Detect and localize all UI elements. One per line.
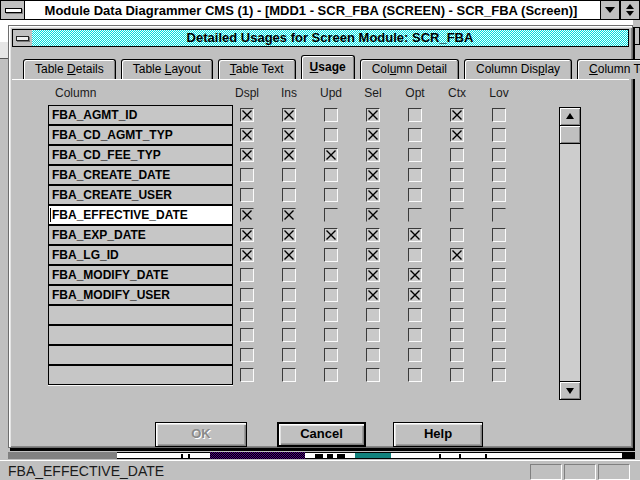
- usage-checkbox-opt-fba-lg-id[interactable]: [408, 248, 422, 262]
- usage-checkbox-opt-empty[interactable]: [408, 328, 422, 342]
- column-name-cell-fba-effective-date[interactable]: FBA_EFFECTIVE_DATE: [48, 205, 233, 225]
- tab-column-detail[interactable]: Column Detail: [360, 59, 459, 79]
- usage-checkbox-dspl-empty[interactable]: [240, 368, 254, 382]
- column-name-cell-empty[interactable]: [48, 345, 233, 365]
- usage-checkbox-sel-fba-create-date[interactable]: [366, 168, 380, 182]
- usage-checkbox-lov-fba-modify-date[interactable]: [492, 268, 506, 282]
- usage-checkbox-ctx-empty[interactable]: [450, 328, 464, 342]
- usage-checkbox-ins-empty[interactable]: [282, 308, 296, 322]
- usage-checkbox-sel-fba-cd-fee-typ[interactable]: [366, 148, 380, 162]
- usage-checkbox-opt-fba-cd-agmt-typ[interactable]: [408, 128, 422, 142]
- usage-checkbox-ins-fba-lg-id[interactable]: [282, 248, 296, 262]
- usage-checkbox-ins-empty[interactable]: [282, 348, 296, 362]
- usage-checkbox-opt-fba-modify-date[interactable]: [408, 268, 422, 282]
- usage-checkbox-opt-fba-exp-date[interactable]: [408, 228, 422, 242]
- usage-checkbox-ins-fba-modify-user[interactable]: [282, 288, 296, 302]
- column-name-cell-fba-create-date[interactable]: FBA_CREATE_DATE: [48, 165, 233, 185]
- usage-checkbox-dspl-fba-effective-date[interactable]: [240, 208, 254, 222]
- usage-checkbox-dspl-fba-lg-id[interactable]: [240, 248, 254, 262]
- system-menu-icon[interactable]: [0, 1, 25, 19]
- usage-checkbox-lov-empty[interactable]: [492, 308, 506, 322]
- usage-checkbox-dspl-fba-cd-agmt-typ[interactable]: [240, 128, 254, 142]
- usage-checkbox-lov-fba-exp-date[interactable]: [492, 228, 506, 242]
- column-name-cell-empty[interactable]: [48, 365, 233, 385]
- column-name-cell-fba-cd-fee-typ[interactable]: FBA_CD_FEE_TYP: [48, 145, 233, 165]
- usage-checkbox-ctx-empty[interactable]: [450, 308, 464, 322]
- usage-checkbox-lov-fba-cd-agmt-typ[interactable]: [492, 128, 506, 142]
- usage-checkbox-dspl-fba-create-date[interactable]: [240, 168, 254, 182]
- usage-checkbox-opt-empty[interactable]: [408, 308, 422, 322]
- usage-checkbox-opt-fba-create-date[interactable]: [408, 168, 422, 182]
- usage-checkbox-dspl-empty[interactable]: [240, 348, 254, 362]
- usage-checkbox-sel-empty[interactable]: [366, 368, 380, 382]
- scroll-down-button[interactable]: [559, 381, 581, 400]
- usage-checkbox-lov-fba-lg-id[interactable]: [492, 248, 506, 262]
- usage-checkbox-ctx-fba-modify-date[interactable]: [450, 268, 464, 282]
- usage-checkbox-sel-empty[interactable]: [366, 308, 380, 322]
- usage-checkbox-ins-fba-agmt-id[interactable]: [282, 108, 296, 122]
- usage-checkbox-upd-fba-lg-id[interactable]: [324, 248, 338, 262]
- usage-checkbox-dspl-fba-cd-fee-typ[interactable]: [240, 148, 254, 162]
- usage-checkbox-sel-empty[interactable]: [366, 348, 380, 362]
- usage-checkbox-upd-empty[interactable]: [324, 368, 338, 382]
- column-name-cell-fba-exp-date[interactable]: FBA_EXP_DATE: [48, 225, 233, 245]
- usage-checkbox-ins-fba-create-user[interactable]: [282, 188, 296, 202]
- usage-checkbox-dspl-empty[interactable]: [240, 328, 254, 342]
- usage-checkbox-sel-fba-agmt-id[interactable]: [366, 108, 380, 122]
- usage-checkbox-ctx-fba-effective-date[interactable]: [450, 208, 464, 222]
- usage-checkbox-ctx-fba-modify-user[interactable]: [450, 288, 464, 302]
- usage-checkbox-ctx-fba-agmt-id[interactable]: [450, 108, 464, 122]
- tab-column-text[interactable]: Column Text: [577, 59, 640, 79]
- usage-checkbox-sel-fba-lg-id[interactable]: [366, 248, 380, 262]
- usage-checkbox-upd-fba-modify-date[interactable]: [324, 268, 338, 282]
- usage-checkbox-ctx-fba-create-date[interactable]: [450, 168, 464, 182]
- usage-checkbox-ins-fba-effective-date[interactable]: [282, 208, 296, 222]
- usage-checkbox-dspl-empty[interactable]: [240, 308, 254, 322]
- usage-checkbox-opt-empty[interactable]: [408, 368, 422, 382]
- usage-checkbox-ins-fba-modify-date[interactable]: [282, 268, 296, 282]
- usage-checkbox-dspl-fba-exp-date[interactable]: [240, 228, 254, 242]
- usage-checkbox-sel-fba-cd-agmt-typ[interactable]: [366, 128, 380, 142]
- usage-checkbox-dspl-fba-create-user[interactable]: [240, 188, 254, 202]
- usage-checkbox-ins-fba-cd-fee-typ[interactable]: [282, 148, 296, 162]
- usage-checkbox-ins-empty[interactable]: [282, 368, 296, 382]
- usage-checkbox-ctx-fba-cd-fee-typ[interactable]: [450, 148, 464, 162]
- vertical-scrollbar[interactable]: [559, 107, 581, 400]
- usage-checkbox-lov-fba-effective-date[interactable]: [492, 208, 506, 222]
- usage-checkbox-upd-empty[interactable]: [324, 308, 338, 322]
- usage-checkbox-lov-fba-cd-fee-typ[interactable]: [492, 148, 506, 162]
- usage-checkbox-ins-fba-create-date[interactable]: [282, 168, 296, 182]
- usage-checkbox-upd-fba-agmt-id[interactable]: [324, 108, 338, 122]
- usage-checkbox-lov-fba-agmt-id[interactable]: [492, 108, 506, 122]
- cancel-button[interactable]: Cancel: [277, 422, 366, 447]
- usage-checkbox-sel-fba-exp-date[interactable]: [366, 228, 380, 242]
- usage-checkbox-ctx-empty[interactable]: [450, 348, 464, 362]
- usage-checkbox-sel-fba-create-user[interactable]: [366, 188, 380, 202]
- scrollbar-thumb[interactable]: [559, 125, 581, 144]
- usage-checkbox-opt-fba-effective-date[interactable]: [408, 208, 422, 222]
- usage-checkbox-upd-fba-exp-date[interactable]: [324, 228, 338, 242]
- minimize-button[interactable]: [600, 1, 620, 19]
- scroll-up-button[interactable]: [559, 107, 581, 126]
- usage-checkbox-upd-empty[interactable]: [324, 328, 338, 342]
- usage-checkbox-upd-fba-effective-date[interactable]: [324, 208, 338, 222]
- usage-checkbox-lov-fba-create-date[interactable]: [492, 168, 506, 182]
- tab-table-layout[interactable]: Table Layout: [121, 59, 213, 79]
- usage-checkbox-lov-empty[interactable]: [492, 328, 506, 342]
- usage-checkbox-ctx-fba-cd-agmt-typ[interactable]: [450, 128, 464, 142]
- help-button[interactable]: Help: [393, 422, 483, 447]
- usage-checkbox-opt-fba-modify-user[interactable]: [408, 288, 422, 302]
- dialog-system-menu-icon[interactable]: [13, 30, 33, 46]
- usage-checkbox-upd-fba-create-user[interactable]: [324, 188, 338, 202]
- usage-checkbox-opt-fba-create-user[interactable]: [408, 188, 422, 202]
- usage-checkbox-opt-fba-agmt-id[interactable]: [408, 108, 422, 122]
- usage-checkbox-upd-fba-modify-user[interactable]: [324, 288, 338, 302]
- column-name-cell-fba-agmt-id[interactable]: FBA_AGMT_ID: [48, 105, 233, 125]
- tab-usage[interactable]: Usage: [301, 55, 355, 79]
- column-name-cell-fba-lg-id[interactable]: FBA_LG_ID: [48, 245, 233, 265]
- column-name-cell-fba-create-user[interactable]: FBA_CREATE_USER: [48, 185, 233, 205]
- column-name-cell-fba-cd-agmt-typ[interactable]: FBA_CD_AGMT_TYP: [48, 125, 233, 145]
- usage-checkbox-sel-fba-effective-date[interactable]: [366, 208, 380, 222]
- column-name-cell-fba-modify-user[interactable]: FBA_MODIFY_USER: [48, 285, 233, 305]
- ok-button[interactable]: OK: [155, 422, 247, 447]
